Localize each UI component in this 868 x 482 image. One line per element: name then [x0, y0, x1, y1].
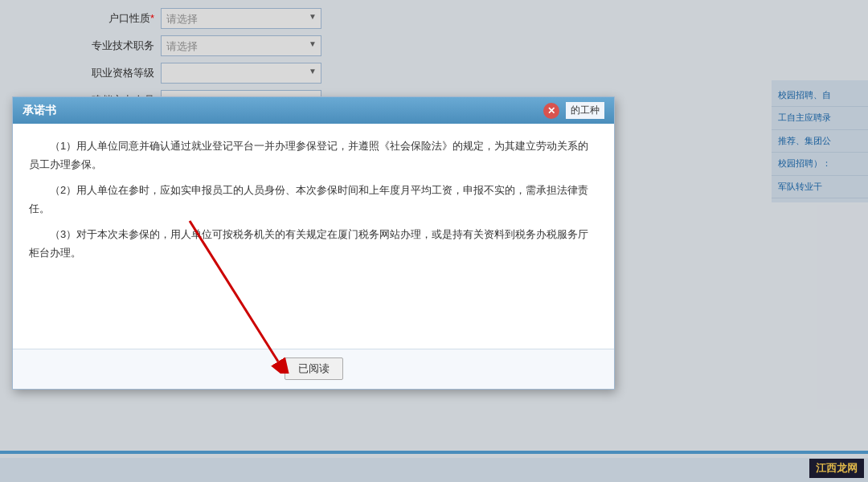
watermark: 江西龙网	[809, 459, 864, 478]
modal-paragraph-2: （2）用人单位在参时，应如实申报员工的人员身份、本次参保时间和上年度月平均工资，…	[29, 181, 598, 219]
modal-paragraph-1: （1）用人单位同意并确认通过就业登记平台一并办理参保登记，并遵照《社会保险法》的…	[29, 137, 598, 174]
modal-right-text: 的工种	[566, 102, 604, 119]
modal-title: 承诺书	[23, 104, 56, 118]
promise-modal: 承诺书 的工种 （1）用人单位同意并确认通过就业登记平台一并办理参保登记，并遵照…	[12, 96, 615, 390]
arrow-indicator	[174, 213, 302, 374]
svg-line-1	[190, 221, 278, 362]
modal-body: （1）用人单位同意并确认通过就业登记平台一并办理参保登记，并遵照《社会保险法》的…	[13, 124, 614, 349]
bottom-progress-bar	[0, 451, 868, 454]
modal-close-button[interactable]	[543, 103, 559, 119]
modal-footer: 已阅读	[13, 349, 614, 389]
modal-paragraph-3: （3）对于本次未参保的，用人单位可按税务机关的有关规定在厦门税务网站办理，或是持…	[29, 225, 598, 263]
modal-header: 承诺书 的工种	[13, 97, 614, 124]
